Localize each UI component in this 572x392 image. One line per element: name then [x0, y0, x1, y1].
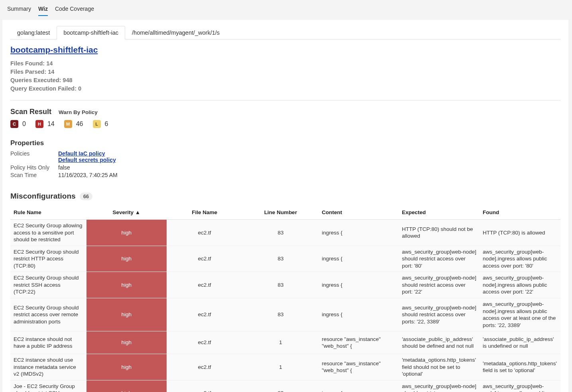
misconfigurations-table: Rule Name Severity ▲ File Name Line Numb… [10, 205, 560, 392]
cell-expected: 'metadata_options.http_tokens' field sho… [399, 354, 480, 380]
critical-count: 0 [22, 120, 26, 128]
hits-value: false [58, 164, 70, 171]
table-row[interactable]: EC2 Security Group should restrict acces… [10, 298, 560, 331]
cell-expected: aws_security_group[web-node] should rest… [399, 246, 480, 272]
cell-severity: high [86, 272, 167, 298]
cell-found: aws_security_group[web-node].ingress all… [480, 298, 560, 331]
cell-severity: high [86, 380, 167, 392]
cell-severity: high [86, 246, 167, 272]
cell-found: aws_security_group[web-node].ingress all… [480, 380, 560, 392]
cell-line: 83 [242, 380, 318, 392]
col-file-name[interactable]: File Name [167, 205, 243, 220]
medium-badge: M [64, 120, 72, 128]
cell-found: HTTP (TCP:80) is allowed [480, 220, 560, 246]
warn-by-policy-label: Warn By Policy [59, 109, 98, 115]
scan-time-value: 11/16/2023, 7:40:25 AM [58, 172, 118, 178]
cell-file: ec2.tf [167, 331, 243, 354]
table-row[interactable]: EC2 Security Group should restrict SSH a… [10, 272, 560, 298]
hits-label: Policy Hits Only [10, 164, 58, 171]
cell-file: ec2.tf [167, 246, 243, 272]
cell-rule: EC2 Security Group should restrict SSH a… [10, 272, 86, 298]
col-line-number[interactable]: Line Number [242, 205, 318, 220]
cell-content: ingress { [318, 272, 399, 298]
cell-expected: HTTP (TCP:80) should not be allowed [399, 220, 480, 246]
cell-file: ec2.tf [167, 220, 243, 246]
cell-rule: EC2 instance should not have a public IP… [10, 331, 86, 354]
properties-section: Properties Policies Default IaC policy D… [10, 139, 560, 178]
policy-link-iac[interactable]: Default IaC policy [58, 150, 116, 157]
col-expected[interactable]: Expected [399, 205, 480, 220]
cell-file: ec2.tf [167, 272, 243, 298]
cell-rule: EC2 Security Group should restrict HTTP … [10, 246, 86, 272]
cell-line: 1 [242, 331, 318, 354]
stat-files-found: Files Found: 14 [10, 59, 560, 68]
col-rule-name[interactable]: Rule Name [10, 205, 86, 220]
high-badge: H [35, 120, 43, 128]
sub-tab[interactable]: /home/alltimed/myagent/_work/1/s [125, 26, 226, 39]
top-tab-wiz[interactable]: Wiz [38, 4, 48, 16]
table-row[interactable]: EC2 Security Group allowing access to a … [10, 220, 560, 246]
cell-line: 1 [242, 354, 318, 380]
cell-content: ingress { [318, 246, 399, 272]
cell-found: aws_security_group[web-node].ingress all… [480, 246, 560, 272]
sub-tabs: golang:latestbootcamp-shiftleft-iac/home… [10, 26, 560, 39]
scan-time-label: Scan Time [10, 172, 58, 178]
col-content[interactable]: Content [318, 205, 399, 220]
cell-expected: aws_security_group[web-node] should rest… [399, 298, 480, 331]
table-row[interactable]: EC2 instance should not have a public IP… [10, 331, 560, 354]
cell-content: resource "aws_instance" "web_host" { [318, 331, 399, 354]
misconfigurations-header: Misconfigurations 66 [10, 192, 560, 201]
top-tab-summary[interactable]: Summary [7, 4, 31, 16]
cell-found: 'metadata_options.http_tokens' field is … [480, 354, 560, 380]
sub-tab[interactable]: golang:latest [10, 26, 57, 39]
table-row[interactable]: Joe - EC2 Security Group should restrict… [10, 380, 560, 392]
cell-severity: high [86, 331, 167, 354]
cell-rule: EC2 instance should use instance metadat… [10, 354, 86, 380]
col-severity[interactable]: Severity ▲ [86, 205, 167, 220]
divider [10, 100, 560, 100]
project-title-link[interactable]: bootcamp-shiftleft-iac [10, 45, 98, 55]
policies-label: Policies [10, 150, 58, 163]
sub-tab[interactable]: bootcamp-shiftleft-iac [57, 26, 125, 39]
scan-result-header: Scan Result Warn By Policy [10, 108, 560, 116]
scan-result-title: Scan Result [10, 108, 51, 116]
cell-found: aws_security_group[web-node].ingress all… [480, 272, 560, 298]
critical-badge: C [10, 120, 18, 128]
cell-content: ingress { [318, 298, 399, 331]
low-badge: L [93, 120, 101, 128]
top-tabs: SummaryWizCode Coverage [0, 0, 572, 16]
cell-content: ingress { [318, 380, 399, 392]
stat-queries-failed: Query Execution Failed: 0 [10, 85, 560, 93]
cell-line: 83 [242, 298, 318, 331]
top-tab-code-coverage[interactable]: Code Coverage [55, 4, 94, 16]
cell-found: 'associate_public_ip_address' is undefin… [480, 331, 560, 354]
scan-stats: Files Found: 14 Files Parsed: 14 Queries… [10, 59, 560, 93]
cell-line: 83 [242, 272, 318, 298]
cell-content: resource "aws_instance" "web_host" { [318, 354, 399, 380]
medium-count: 46 [76, 120, 83, 128]
cell-severity: high [86, 354, 167, 380]
cell-file: ec2.tf [167, 380, 243, 392]
properties-title: Properties [10, 139, 560, 147]
col-found[interactable]: Found [480, 205, 560, 220]
misconfigurations-title: Misconfigurations [10, 192, 76, 201]
table-row[interactable]: EC2 instance should use instance metadat… [10, 354, 560, 380]
cell-file: ec2.tf [167, 354, 243, 380]
cell-severity: high [86, 220, 167, 246]
cell-expected: 'associate_public_ip_address' should be … [399, 331, 480, 354]
policy-link-secrets[interactable]: Default secrets policy [58, 157, 116, 163]
cell-rule: Joe - EC2 Security Group should restrict… [10, 380, 86, 392]
misconfigurations-count: 66 [80, 193, 92, 200]
cell-rule: EC2 Security Group should restrict acces… [10, 298, 86, 331]
cell-content: ingress { [318, 220, 399, 246]
stat-files-parsed: Files Parsed: 14 [10, 68, 560, 76]
page-content: golang:latestbootcamp-shiftleft-iac/home… [2, 20, 568, 392]
cell-expected: aws_security_group[web-node] should rest… [399, 380, 480, 392]
cell-line: 83 [242, 220, 318, 246]
cell-line: 83 [242, 246, 318, 272]
severity-summary: C 0 H 14 M 46 L 6 [10, 120, 560, 128]
cell-file: ec2.tf [167, 298, 243, 331]
table-row[interactable]: EC2 Security Group should restrict HTTP … [10, 246, 560, 272]
stat-queries-exec: Queries Executed: 948 [10, 76, 560, 85]
high-count: 14 [47, 120, 55, 128]
